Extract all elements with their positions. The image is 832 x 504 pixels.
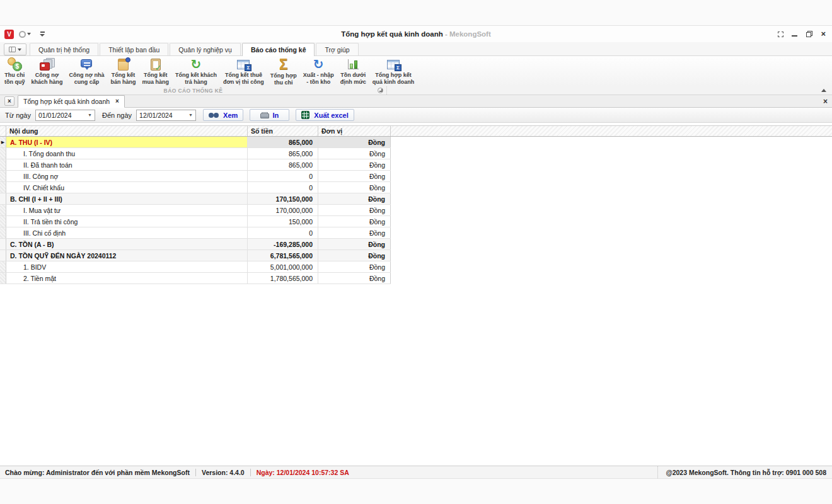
row-indicator [0, 273, 6, 284]
ribbon-button-tong-ket-thue-don-vi-thi-cong[interactable]: ΣTổng kết thuêđơn vị thi công [220, 56, 267, 86]
tab-close-icon[interactable]: × [115, 98, 119, 105]
row-indicator [0, 227, 6, 238]
ribbon-tabs: Quản trị hệ thốngThiết lập ban đầuQuản l… [30, 43, 360, 55]
document-tab-strip: × Tổng hợp kết quả kinh doanh × × [0, 95, 832, 108]
row-indicator [0, 205, 6, 215]
ribbon-button-thu-chi-ton-quy[interactable]: $Thu chitồn quỹ [1, 56, 28, 86]
table-row[interactable]: 2. Tiền mặt1,780,565,000Đồng [0, 273, 391, 284]
table-row[interactable]: 1. BIDV5,001,000,000Đồng [0, 261, 391, 273]
table-row[interactable]: D. TỒN QUỸ ĐẾN NGÀY 202401126,781,565,00… [0, 250, 391, 261]
window-title: Tổng hợp kết quả kinh doanh - MekongSoft [341, 30, 491, 38]
column-header-unit[interactable]: Đơn vị [318, 126, 391, 136]
ribbon-button-label: Tổng kếtmua hàng [142, 72, 169, 86]
cell-unit: Đồng [318, 273, 391, 284]
ribbon-group-row: BÁO CÁO THỐNG KÊ [0, 86, 832, 95]
quick-access-button[interactable] [19, 31, 31, 38]
to-date-value: 12/01/2024 [139, 112, 173, 119]
ribbon-button-label: Thu chitồn quỹ [4, 72, 25, 86]
purchase-clipboard-icon: ✓ [146, 57, 165, 71]
cell-content: 1. BIDV [6, 261, 248, 272]
app-menu-button[interactable] [4, 43, 26, 55]
table-row[interactable]: IV. Chiết khấu0Đồng [0, 182, 391, 193]
row-indicator [0, 148, 6, 159]
ribbon-button-label: Công nợkhách hàng [32, 72, 63, 86]
close-all-tabs-button[interactable]: × [4, 96, 14, 106]
ribbon-button-label: Tổng kết thuêđơn vị thi công [223, 72, 264, 86]
export-excel-button[interactable]: Xuất excel [296, 109, 354, 121]
return-arrow-icon: ↻ [187, 57, 205, 71]
table-row[interactable]: I. Mua vật tư170,000,000Đồng [0, 205, 391, 216]
cell-unit: Đồng [318, 182, 391, 193]
minimize-button[interactable] [792, 31, 798, 37]
ribbon-button-label: Công nợ nhàcung cấp [69, 72, 105, 86]
ribbon-button-tong-ket-mua-hang[interactable]: ✓Tổng kếtmua hàng [139, 56, 172, 86]
table-row[interactable]: B. CHI (I + II + III)170,150,000Đồng [0, 193, 391, 205]
ribbon-button-tong-hop-thu-chi[interactable]: ΣTổng hợpthu chi [267, 56, 300, 86]
dropdown-arrow-icon[interactable]: ▾ [187, 111, 195, 120]
app-window: V Tổng hợp kết quả kinh doanh - MekongSo… [0, 25, 832, 479]
cell-unit: Đồng [318, 137, 391, 147]
ribbon-tab-row: Quản trị hệ thốngThiết lập ban đầuQuản l… [0, 42, 832, 56]
desktop: { "window": { "logo_letter": "V", "title… [0, 0, 832, 504]
row-indicator [0, 250, 6, 261]
coins-icon: $ [5, 57, 24, 71]
ribbon-button-tong-ket-ban-hang[interactable]: Tổng kếtbán hàng [107, 56, 139, 86]
customer-debt-icon [38, 57, 57, 71]
quick-access-toolbar-dropdown[interactable] [40, 32, 45, 37]
cell-amount: 170,000,000 [248, 205, 318, 215]
table-row[interactable]: II. Trả tiền thi công150,000Đồng [0, 216, 391, 227]
bar-chart-icon [344, 57, 362, 71]
print-button[interactable]: In [250, 109, 289, 121]
cell-content: C. TỒN (A - B) [6, 239, 248, 249]
status-bar: Chào mừng: Administrator đến với phần mề… [0, 466, 832, 478]
table-row[interactable]: II. Đã thanh toán865,000Đồng [0, 159, 391, 171]
fullscreen-icon[interactable] [778, 32, 783, 37]
table-row[interactable]: ▶A. THU (I - IV)865,000Đồng [0, 137, 391, 148]
inventory-cycle-icon: ↻ [309, 57, 328, 71]
column-header-amount[interactable]: Số tiền [248, 126, 318, 136]
cell-amount: 170,150,000 [248, 193, 318, 204]
ribbon-button-ton-duoi-dinh-muc[interactable]: Tồn dướiđịnh mức [337, 56, 369, 86]
view-button[interactable]: Xem [203, 109, 243, 121]
collapse-ribbon-icon[interactable] [821, 89, 826, 92]
ribbon-tab-quan-ly-nghiep-vu[interactable]: Quản lý nghiệp vụ [170, 43, 241, 55]
status-version: Version: 4.4.0 [202, 469, 245, 476]
sigma-icon: Σ [274, 57, 293, 72]
ribbon-button-cong-no-khach-hang[interactable]: Công nợkhách hàng [28, 56, 66, 86]
sales-note-icon [113, 57, 132, 71]
close-button[interactable]: × [821, 31, 826, 37]
excel-icon [301, 111, 309, 119]
ribbon-button-cong-no-nha-cung-cap[interactable]: Công nợ nhàcung cấp [66, 56, 108, 86]
row-indicator [0, 239, 6, 249]
cell-content: I. Tổng doanh thu [6, 148, 248, 159]
report-grid: Nội dung Số tiền Đơn vị ▶A. THU (I - IV)… [0, 123, 832, 284]
window-controls: × [778, 26, 826, 42]
restore-button[interactable] [806, 31, 812, 37]
table-row[interactable]: III. Công nợ0Đồng [0, 171, 391, 182]
ribbon-group-label: BÁO CÁO THỐNG KÊ [164, 88, 223, 94]
group-dialog-launcher-icon[interactable] [378, 88, 383, 93]
close-document-icon[interactable]: × [823, 98, 828, 105]
table-row[interactable]: C. TỒN (A - B)-169,285,000Đồng [0, 239, 391, 250]
ribbon-tab-thiet-lap-ban-dau[interactable]: Thiết lập ban đầu [100, 43, 168, 55]
ribbon-button-xuat-nhap-ton-kho[interactable]: ↻Xuất - nhập- tồn kho [300, 56, 337, 86]
row-indicator-header [0, 126, 6, 136]
ribbon-tab-bao-cao-thong-ke[interactable]: Báo cáo thống kê [242, 43, 315, 56]
dropdown-arrow-icon[interactable]: ▾ [86, 111, 94, 120]
document-tab-active[interactable]: Tổng hợp kết quả kinh doanh × [18, 95, 125, 108]
table-row[interactable]: I. Tổng doanh thu865,000Đồng [0, 148, 391, 159]
selected-row-arrow-icon: ▶ [1, 140, 4, 144]
ribbon-button-tong-ket-khach-tra-hang[interactable]: ↻Tổng kết kháchtrả hàng [172, 56, 220, 86]
cell-unit: Đồng [318, 227, 391, 238]
ribbon-tab-quan-tri-he-thong[interactable]: Quản trị hệ thống [30, 43, 98, 55]
ribbon-button-tong-hop-ket-qua-kinh-doanh[interactable]: ΣTổng hợp kếtquả kinh doanh [369, 56, 418, 86]
to-date-input[interactable]: 12/01/2024 ▾ [136, 110, 196, 121]
table-row[interactable]: III. Chi cố định0Đồng [0, 227, 391, 239]
cell-unit: Đồng [318, 171, 391, 181]
column-header-content[interactable]: Nội dung [6, 126, 248, 136]
ribbon-button-label: Tổng kết kháchtrả hàng [175, 72, 217, 86]
from-date-input[interactable]: 01/01/2024 ▾ [35, 110, 95, 121]
status-date: Ngày: 12/01/2024 10:57:32 SA [257, 469, 349, 476]
ribbon-button-label: Tổng hợp kếtquả kinh doanh [373, 72, 415, 86]
ribbon-tab-tro-giup[interactable]: Trợ giúp [316, 43, 358, 55]
